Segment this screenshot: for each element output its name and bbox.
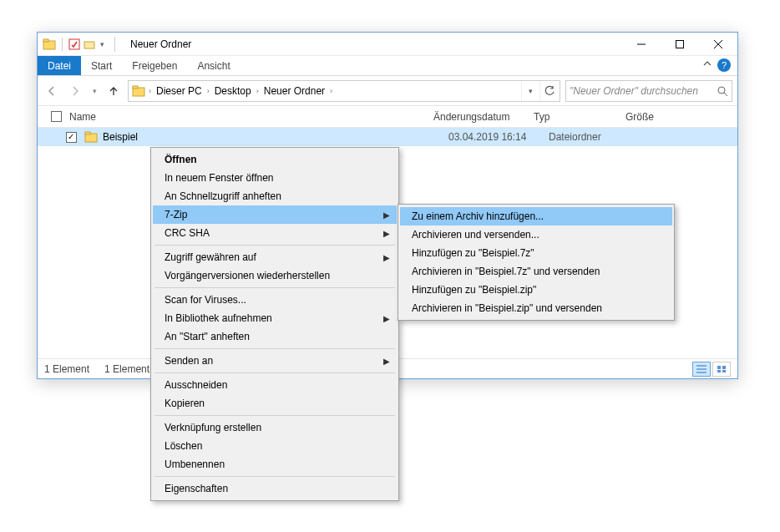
svg-rect-13 xyxy=(85,132,90,134)
submenu-arrow-icon: ▶ xyxy=(383,314,390,323)
ribbon-expand-icon[interactable] xyxy=(702,58,712,68)
back-button[interactable] xyxy=(43,82,61,100)
titlebar: ▾ Neuer Ordner xyxy=(38,33,737,56)
breadcrumb-segment[interactable]: Dieser PC xyxy=(153,85,205,97)
refresh-icon[interactable] xyxy=(539,81,558,101)
column-size[interactable]: Größe xyxy=(626,106,684,127)
menu-create-shortcut[interactable]: Verknüpfung erstellen xyxy=(153,418,397,437)
breadcrumb[interactable]: › Dieser PC › Desktop › Neuer Ordner › ▾ xyxy=(128,80,560,102)
svg-point-10 xyxy=(718,87,725,94)
menu-separator xyxy=(154,348,395,349)
menu-send-to[interactable]: Senden an▶ xyxy=(153,352,397,370)
menu-separator xyxy=(154,245,395,246)
chevron-right-icon[interactable]: › xyxy=(147,87,153,95)
menu-cut[interactable]: Ausschneiden xyxy=(153,376,397,394)
tab-file[interactable]: Datei xyxy=(38,56,81,75)
chevron-right-icon[interactable]: › xyxy=(328,87,334,95)
menu-open[interactable]: Öffnen xyxy=(153,150,397,169)
menu-separator xyxy=(154,415,395,416)
navigation-bar: ▾ › Dieser PC › Desktop › Neuer Ordner ›… xyxy=(38,76,737,106)
item-checkbox[interactable] xyxy=(66,132,77,143)
menu-pin-start[interactable]: An "Start" anheften xyxy=(153,327,397,346)
tab-start[interactable]: Start xyxy=(81,56,122,75)
menu-separator xyxy=(154,372,395,373)
column-date[interactable]: Änderungsdatum xyxy=(433,106,534,127)
view-large-icons-button[interactable] xyxy=(712,362,731,377)
folder-icon xyxy=(130,84,147,98)
svg-rect-20 xyxy=(722,370,726,372)
menu-copy[interactable]: Kopieren xyxy=(153,394,397,413)
breadcrumb-segment[interactable]: Desktop xyxy=(211,85,255,97)
context-menu: Öffnen In neuem Fenster öffnen An Schnel… xyxy=(150,147,399,501)
menu-separator xyxy=(154,287,395,288)
submenu-arrow-icon: ▶ xyxy=(383,210,390,220)
submenu-7zip: Zu einem Archiv hinzufügen... Archiviere… xyxy=(398,204,675,321)
ribbon-tabs: Datei Start Freigeben Ansicht ? xyxy=(38,56,737,76)
svg-line-11 xyxy=(724,93,727,96)
menu-previous-versions[interactable]: Vorgängerversionen wiederherstellen xyxy=(153,266,397,285)
menu-pin-quick-access[interactable]: An Schnellzugriff anheften xyxy=(153,187,397,205)
menu-grant-access[interactable]: Zugriff gewähren auf▶ xyxy=(153,248,397,266)
menu-add-to-archive[interactable]: Zu einem Archiv hinzufügen... xyxy=(400,207,672,225)
new-folder-icon[interactable] xyxy=(84,38,95,50)
svg-rect-18 xyxy=(722,366,726,369)
svg-rect-9 xyxy=(133,86,138,89)
properties-icon[interactable] xyxy=(68,38,80,50)
item-date: 03.04.2019 16:14 xyxy=(448,131,549,143)
menu-archive-and-send[interactable]: Archivieren und versenden... xyxy=(400,225,672,244)
column-type[interactable]: Typ xyxy=(534,106,626,127)
recent-dropdown-icon[interactable]: ▾ xyxy=(89,82,99,100)
menu-add-7z[interactable]: Hinzufügen zu "Beispiel.7z" xyxy=(400,244,672,262)
quick-access-toolbar: ▾ xyxy=(38,37,125,52)
maximize-button[interactable] xyxy=(661,33,699,56)
column-headers: Name Änderungsdatum Typ Größe xyxy=(38,106,737,128)
window-title: Neuer Ordner xyxy=(125,38,191,50)
window-controls xyxy=(622,33,737,56)
menu-rename[interactable]: Umbenennen xyxy=(153,455,397,474)
menu-open-new-window[interactable]: In neuem Fenster öffnen xyxy=(153,169,397,187)
menu-add-zip[interactable]: Hinzufügen zu "Beispiel.zip" xyxy=(400,281,672,299)
menu-properties[interactable]: Eigenschaften xyxy=(153,479,397,498)
item-type: Dateiordner xyxy=(549,131,641,143)
menu-separator xyxy=(154,476,395,477)
status-count: 1 Element xyxy=(44,363,89,375)
menu-delete[interactable]: Löschen xyxy=(153,437,397,455)
menu-archive-zip-send[interactable]: Archivieren in "Beispiel.zip" und versen… xyxy=(400,299,672,317)
folder-icon xyxy=(84,130,98,144)
chevron-right-icon[interactable]: › xyxy=(255,87,261,95)
menu-include-library[interactable]: In Bibliothek aufnehmen▶ xyxy=(153,309,397,327)
menu-7zip[interactable]: 7-Zip▶ xyxy=(153,205,397,224)
svg-rect-5 xyxy=(676,40,684,48)
minimize-button[interactable] xyxy=(622,33,661,56)
folder-icon xyxy=(43,38,56,51)
search-box[interactable] xyxy=(565,80,732,102)
chevron-right-icon[interactable]: › xyxy=(205,87,211,95)
up-button[interactable] xyxy=(104,82,123,100)
qat-dropdown-icon[interactable]: ▾ xyxy=(99,40,106,48)
submenu-arrow-icon: ▶ xyxy=(383,229,390,238)
breadcrumb-segment[interactable]: Neuer Ordner xyxy=(261,85,328,97)
menu-archive-7z-send[interactable]: Archivieren in "Beispiel.7z" und versend… xyxy=(400,262,672,281)
menu-scan-viruses[interactable]: Scan for Viruses... xyxy=(153,291,397,309)
submenu-arrow-icon: ▶ xyxy=(383,253,390,262)
submenu-arrow-icon: ▶ xyxy=(383,357,390,366)
svg-rect-1 xyxy=(43,39,48,42)
qat-divider xyxy=(114,37,115,52)
search-icon[interactable] xyxy=(717,85,728,97)
tab-view[interactable]: Ansicht xyxy=(187,56,240,75)
view-details-button[interactable] xyxy=(692,362,711,377)
qat-separator xyxy=(62,38,63,51)
item-name: Beispiel xyxy=(103,131,138,143)
select-all-checkbox[interactable] xyxy=(46,106,66,127)
menu-crc-sha[interactable]: CRC SHA▶ xyxy=(153,224,397,242)
list-item[interactable]: Beispiel 03.04.2019 16:14 Dateiordner xyxy=(38,128,737,146)
help-icon[interactable]: ? xyxy=(717,58,731,72)
column-name[interactable]: Name xyxy=(66,106,433,127)
forward-button[interactable] xyxy=(66,82,84,100)
svg-rect-3 xyxy=(84,42,94,48)
close-button[interactable] xyxy=(699,33,737,56)
tab-share[interactable]: Freigeben xyxy=(122,56,187,75)
svg-rect-17 xyxy=(717,366,721,369)
history-dropdown-icon[interactable]: ▾ xyxy=(521,81,539,101)
search-input[interactable] xyxy=(570,85,717,97)
